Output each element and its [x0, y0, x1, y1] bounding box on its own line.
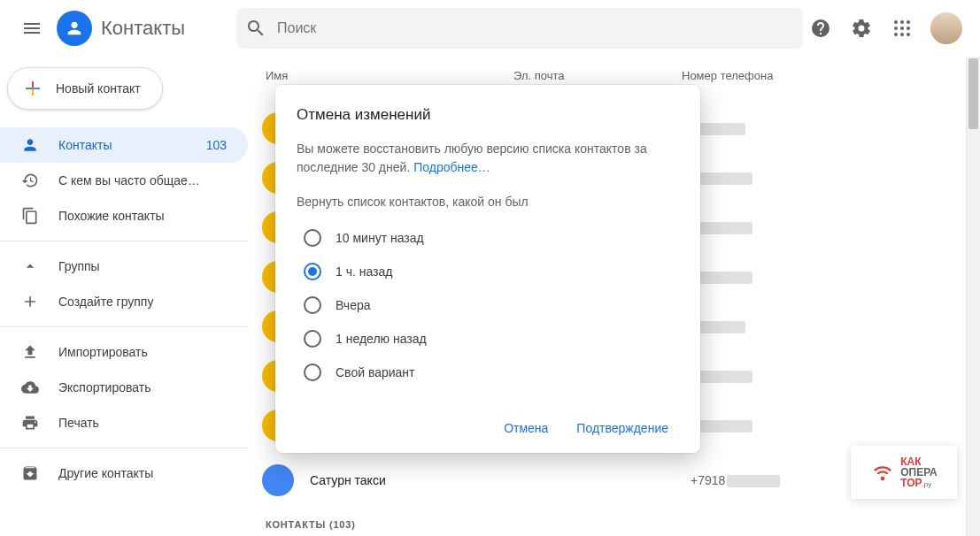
option-custom[interactable]: Свой вариант: [304, 356, 679, 389]
radio-icon: [304, 263, 321, 280]
radio-icon: [304, 364, 321, 381]
option-label: 1 ч. назад: [336, 264, 392, 279]
option-1hour[interactable]: 1 ч. назад: [304, 255, 679, 288]
dialog-description: Вы можете восстановить любую версию спис…: [297, 140, 679, 177]
option-10min[interactable]: 10 минут назад: [304, 221, 679, 255]
option-yesterday[interactable]: Вчера: [304, 288, 679, 322]
option-label: Вчера: [336, 298, 371, 312]
restore-options: 10 минут назад 1 ч. назад Вчера 1 неделю…: [297, 221, 679, 389]
dialog-title: Отмена изменений: [297, 106, 679, 124]
watermark-text: КАК ОПЕРА ТОР.ру: [900, 456, 938, 488]
dialog-subheading: Вернуть список контактов, какой он был: [297, 195, 679, 209]
radio-icon: [304, 296, 321, 314]
wifi-icon: [870, 460, 895, 485]
option-1week[interactable]: 1 неделю назад: [304, 322, 679, 356]
option-label: 1 неделю назад: [336, 332, 427, 346]
option-label: 10 минут назад: [336, 231, 424, 245]
option-label: Свой вариант: [336, 365, 415, 379]
cancel-button[interactable]: Отмена: [493, 414, 559, 442]
radio-icon: [304, 330, 321, 348]
dialog-actions: Отмена Подтверждение: [297, 414, 679, 442]
undo-changes-dialog: Отмена изменений Вы можете восстановить …: [275, 85, 700, 453]
learn-more-link[interactable]: Подробнее…: [413, 160, 490, 174]
radio-icon: [304, 229, 321, 247]
confirm-button[interactable]: Подтверждение: [566, 414, 679, 442]
watermark-badge: КАК ОПЕРА ТОР.ру: [851, 446, 957, 499]
